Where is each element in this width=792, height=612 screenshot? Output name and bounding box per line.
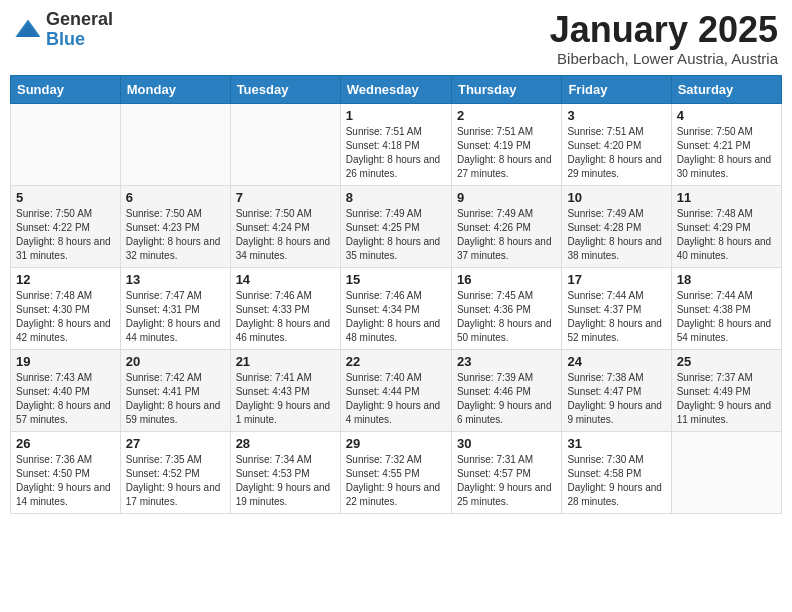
day-number: 19 xyxy=(16,354,115,369)
day-number: 13 xyxy=(126,272,225,287)
calendar-cell: 31Sunrise: 7:30 AMSunset: 4:58 PMDayligh… xyxy=(562,431,671,513)
day-number: 7 xyxy=(236,190,335,205)
calendar-week-row: 26Sunrise: 7:36 AMSunset: 4:50 PMDayligh… xyxy=(11,431,782,513)
day-number: 21 xyxy=(236,354,335,369)
day-info: Sunrise: 7:49 AMSunset: 4:25 PMDaylight:… xyxy=(346,207,446,263)
day-number: 26 xyxy=(16,436,115,451)
calendar-cell: 11Sunrise: 7:48 AMSunset: 4:29 PMDayligh… xyxy=(671,185,781,267)
calendar-cell xyxy=(230,103,340,185)
day-number: 31 xyxy=(567,436,665,451)
calendar-cell: 29Sunrise: 7:32 AMSunset: 4:55 PMDayligh… xyxy=(340,431,451,513)
calendar-cell: 12Sunrise: 7:48 AMSunset: 4:30 PMDayligh… xyxy=(11,267,121,349)
day-number: 9 xyxy=(457,190,556,205)
calendar-cell: 30Sunrise: 7:31 AMSunset: 4:57 PMDayligh… xyxy=(451,431,561,513)
day-info: Sunrise: 7:46 AMSunset: 4:33 PMDaylight:… xyxy=(236,289,335,345)
day-info: Sunrise: 7:51 AMSunset: 4:20 PMDaylight:… xyxy=(567,125,665,181)
calendar-cell: 13Sunrise: 7:47 AMSunset: 4:31 PMDayligh… xyxy=(120,267,230,349)
calendar-cell: 25Sunrise: 7:37 AMSunset: 4:49 PMDayligh… xyxy=(671,349,781,431)
day-info: Sunrise: 7:39 AMSunset: 4:46 PMDaylight:… xyxy=(457,371,556,427)
calendar-week-row: 1Sunrise: 7:51 AMSunset: 4:18 PMDaylight… xyxy=(11,103,782,185)
calendar-table: SundayMondayTuesdayWednesdayThursdayFrid… xyxy=(10,75,782,514)
calendar-week-row: 12Sunrise: 7:48 AMSunset: 4:30 PMDayligh… xyxy=(11,267,782,349)
day-info: Sunrise: 7:34 AMSunset: 4:53 PMDaylight:… xyxy=(236,453,335,509)
calendar-cell xyxy=(11,103,121,185)
calendar-header-tuesday: Tuesday xyxy=(230,75,340,103)
calendar-cell: 20Sunrise: 7:42 AMSunset: 4:41 PMDayligh… xyxy=(120,349,230,431)
day-number: 17 xyxy=(567,272,665,287)
calendar-cell: 2Sunrise: 7:51 AMSunset: 4:19 PMDaylight… xyxy=(451,103,561,185)
calendar-header-sunday: Sunday xyxy=(11,75,121,103)
calendar-cell: 16Sunrise: 7:45 AMSunset: 4:36 PMDayligh… xyxy=(451,267,561,349)
day-number: 11 xyxy=(677,190,776,205)
title-section: January 2025 Biberbach, Lower Austria, A… xyxy=(550,10,778,67)
day-number: 23 xyxy=(457,354,556,369)
day-info: Sunrise: 7:43 AMSunset: 4:40 PMDaylight:… xyxy=(16,371,115,427)
calendar-cell: 6Sunrise: 7:50 AMSunset: 4:23 PMDaylight… xyxy=(120,185,230,267)
day-info: Sunrise: 7:31 AMSunset: 4:57 PMDaylight:… xyxy=(457,453,556,509)
day-info: Sunrise: 7:36 AMSunset: 4:50 PMDaylight:… xyxy=(16,453,115,509)
day-number: 29 xyxy=(346,436,446,451)
day-number: 14 xyxy=(236,272,335,287)
day-number: 12 xyxy=(16,272,115,287)
day-number: 1 xyxy=(346,108,446,123)
day-number: 15 xyxy=(346,272,446,287)
calendar-cell: 22Sunrise: 7:40 AMSunset: 4:44 PMDayligh… xyxy=(340,349,451,431)
calendar-cell: 19Sunrise: 7:43 AMSunset: 4:40 PMDayligh… xyxy=(11,349,121,431)
calendar-cell xyxy=(671,431,781,513)
day-info: Sunrise: 7:50 AMSunset: 4:23 PMDaylight:… xyxy=(126,207,225,263)
day-info: Sunrise: 7:51 AMSunset: 4:18 PMDaylight:… xyxy=(346,125,446,181)
calendar-cell: 21Sunrise: 7:41 AMSunset: 4:43 PMDayligh… xyxy=(230,349,340,431)
day-info: Sunrise: 7:46 AMSunset: 4:34 PMDaylight:… xyxy=(346,289,446,345)
day-number: 4 xyxy=(677,108,776,123)
day-number: 25 xyxy=(677,354,776,369)
calendar-header-saturday: Saturday xyxy=(671,75,781,103)
day-info: Sunrise: 7:44 AMSunset: 4:37 PMDaylight:… xyxy=(567,289,665,345)
day-info: Sunrise: 7:45 AMSunset: 4:36 PMDaylight:… xyxy=(457,289,556,345)
day-info: Sunrise: 7:49 AMSunset: 4:26 PMDaylight:… xyxy=(457,207,556,263)
day-info: Sunrise: 7:48 AMSunset: 4:30 PMDaylight:… xyxy=(16,289,115,345)
calendar-cell: 3Sunrise: 7:51 AMSunset: 4:20 PMDaylight… xyxy=(562,103,671,185)
calendar-header-wednesday: Wednesday xyxy=(340,75,451,103)
day-number: 22 xyxy=(346,354,446,369)
page-header: General Blue January 2025 Biberbach, Low… xyxy=(10,10,782,67)
day-info: Sunrise: 7:41 AMSunset: 4:43 PMDaylight:… xyxy=(236,371,335,427)
calendar-cell: 15Sunrise: 7:46 AMSunset: 4:34 PMDayligh… xyxy=(340,267,451,349)
day-number: 8 xyxy=(346,190,446,205)
calendar-cell: 14Sunrise: 7:46 AMSunset: 4:33 PMDayligh… xyxy=(230,267,340,349)
calendar-header-thursday: Thursday xyxy=(451,75,561,103)
day-info: Sunrise: 7:48 AMSunset: 4:29 PMDaylight:… xyxy=(677,207,776,263)
calendar-header-monday: Monday xyxy=(120,75,230,103)
day-number: 27 xyxy=(126,436,225,451)
calendar-cell: 10Sunrise: 7:49 AMSunset: 4:28 PMDayligh… xyxy=(562,185,671,267)
day-number: 24 xyxy=(567,354,665,369)
calendar-cell: 24Sunrise: 7:38 AMSunset: 4:47 PMDayligh… xyxy=(562,349,671,431)
day-info: Sunrise: 7:42 AMSunset: 4:41 PMDaylight:… xyxy=(126,371,225,427)
day-info: Sunrise: 7:30 AMSunset: 4:58 PMDaylight:… xyxy=(567,453,665,509)
calendar-cell: 5Sunrise: 7:50 AMSunset: 4:22 PMDaylight… xyxy=(11,185,121,267)
calendar-cell: 27Sunrise: 7:35 AMSunset: 4:52 PMDayligh… xyxy=(120,431,230,513)
calendar-header-row: SundayMondayTuesdayWednesdayThursdayFrid… xyxy=(11,75,782,103)
calendar-cell: 8Sunrise: 7:49 AMSunset: 4:25 PMDaylight… xyxy=(340,185,451,267)
calendar-cell: 18Sunrise: 7:44 AMSunset: 4:38 PMDayligh… xyxy=(671,267,781,349)
day-number: 20 xyxy=(126,354,225,369)
day-info: Sunrise: 7:47 AMSunset: 4:31 PMDaylight:… xyxy=(126,289,225,345)
day-info: Sunrise: 7:50 AMSunset: 4:22 PMDaylight:… xyxy=(16,207,115,263)
day-number: 16 xyxy=(457,272,556,287)
day-info: Sunrise: 7:50 AMSunset: 4:21 PMDaylight:… xyxy=(677,125,776,181)
day-info: Sunrise: 7:49 AMSunset: 4:28 PMDaylight:… xyxy=(567,207,665,263)
day-number: 18 xyxy=(677,272,776,287)
day-info: Sunrise: 7:50 AMSunset: 4:24 PMDaylight:… xyxy=(236,207,335,263)
calendar-cell: 4Sunrise: 7:50 AMSunset: 4:21 PMDaylight… xyxy=(671,103,781,185)
day-number: 5 xyxy=(16,190,115,205)
day-info: Sunrise: 7:35 AMSunset: 4:52 PMDaylight:… xyxy=(126,453,225,509)
calendar-cell: 1Sunrise: 7:51 AMSunset: 4:18 PMDaylight… xyxy=(340,103,451,185)
calendar-cell: 9Sunrise: 7:49 AMSunset: 4:26 PMDaylight… xyxy=(451,185,561,267)
day-info: Sunrise: 7:51 AMSunset: 4:19 PMDaylight:… xyxy=(457,125,556,181)
day-info: Sunrise: 7:40 AMSunset: 4:44 PMDaylight:… xyxy=(346,371,446,427)
day-number: 28 xyxy=(236,436,335,451)
day-number: 10 xyxy=(567,190,665,205)
logo: General Blue xyxy=(14,10,113,50)
logo-text: General Blue xyxy=(46,10,113,50)
calendar-cell xyxy=(120,103,230,185)
calendar-header-friday: Friday xyxy=(562,75,671,103)
